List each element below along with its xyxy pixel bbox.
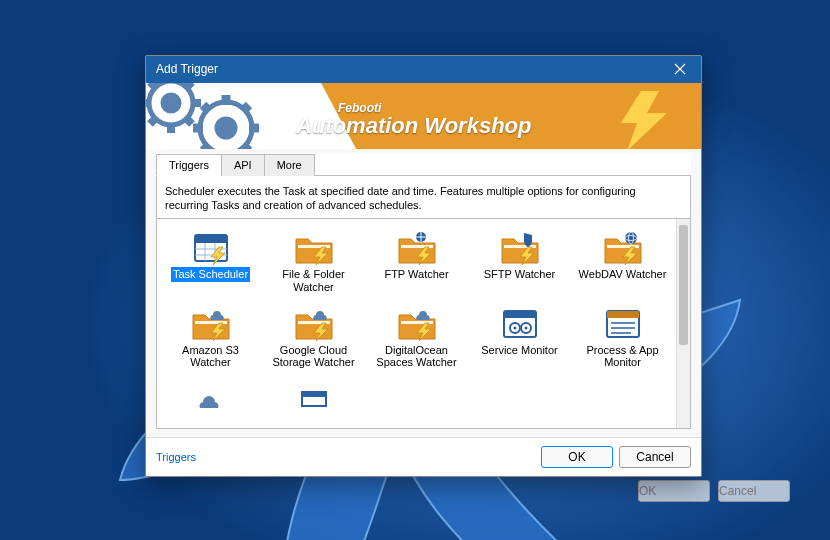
trigger-item-webdav-watcher[interactable]: WebDAV Watcher [573, 227, 672, 296]
scrollbar-thumb[interactable] [679, 225, 688, 345]
svg-line-21 [203, 145, 209, 149]
background-cancel-button: Cancel [718, 480, 790, 502]
help-link-triggers[interactable]: Triggers [156, 451, 196, 463]
trigger-item-google-cloud-storage-watcher[interactable]: Google Cloud Storage Watcher [264, 303, 363, 372]
trigger-item-task-scheduler[interactable]: Task Scheduler [161, 227, 260, 296]
svg-line-20 [243, 145, 249, 149]
svg-rect-58 [607, 311, 639, 318]
scrollbar[interactable] [676, 219, 690, 428]
ok-button[interactable]: OK [541, 446, 613, 468]
trigger-list-frame: Task SchedulerFile & Folder WatcherFTP W… [156, 218, 691, 429]
dialog-content: TriggersAPIMore Scheduler executes the T… [146, 149, 701, 437]
folder-cloud-icon [189, 305, 233, 341]
svg-line-12 [186, 83, 192, 88]
svg-rect-25 [195, 235, 227, 243]
trigger-item-ftp-watcher[interactable]: FTP Watcher [367, 227, 466, 296]
brand-line2: Automation Workshop [296, 115, 531, 137]
svg-point-14 [217, 119, 235, 137]
svg-point-56 [524, 326, 527, 329]
trigger-item-label: Task Scheduler [171, 267, 250, 282]
lightning-icon [611, 91, 681, 149]
trigger-item-label: Google Cloud Storage Watcher [266, 343, 361, 370]
svg-point-4 [163, 95, 179, 111]
svg-point-41 [625, 232, 637, 244]
svg-line-9 [150, 83, 156, 88]
tab-api[interactable]: API [221, 154, 265, 176]
background-ok-button: OK [638, 480, 710, 502]
trigger-item-label: FTP Watcher [382, 267, 450, 282]
trigger-item-label: SFTP Watcher [482, 267, 558, 282]
svg-marker-23 [621, 91, 667, 149]
add-trigger-dialog: Add Trigger Febooti Automation Workshop … [145, 55, 702, 477]
trigger-item-digitalocean-spaces-watcher[interactable]: DigitalOcean Spaces Watcher [367, 303, 466, 372]
window-list-icon [601, 305, 645, 341]
tab-description: Scheduler executes the Task at specified… [156, 176, 691, 219]
trigger-item-label: File & Folder Watcher [266, 267, 361, 294]
folder-shield-icon [498, 229, 542, 265]
tab-triggers[interactable]: Triggers [156, 154, 222, 176]
gears-icon [146, 83, 316, 149]
dialog-title: Add Trigger [156, 62, 218, 76]
cancel-button[interactable]: Cancel [619, 446, 691, 468]
calendar-icon [189, 229, 233, 265]
trigger-item-more[interactable] [161, 378, 260, 420]
cloud-icon [189, 380, 233, 416]
svg-line-22 [243, 105, 249, 111]
folder-cloud-icon [395, 305, 439, 341]
svg-line-11 [150, 118, 156, 124]
trigger-item-service-monitor[interactable]: Service Monitor [470, 303, 569, 372]
svg-line-10 [186, 118, 192, 124]
trigger-item-label: DigitalOcean Spaces Watcher [369, 343, 464, 370]
branding-banner: Febooti Automation Workshop [146, 83, 701, 149]
close-icon [674, 63, 686, 75]
close-button[interactable] [669, 58, 691, 80]
svg-line-19 [203, 105, 209, 111]
trigger-item-file-folder-watcher[interactable]: File & Folder Watcher [264, 227, 363, 296]
tab-strip: TriggersAPIMore [156, 153, 691, 176]
trigger-item-label: Amazon S3 Watcher [163, 343, 258, 370]
window-icon [292, 380, 336, 416]
svg-rect-52 [504, 311, 536, 318]
svg-rect-63 [302, 392, 326, 397]
trigger-item-amazon-s3-watcher[interactable]: Amazon S3 Watcher [161, 303, 260, 372]
trigger-item-sftp-watcher[interactable]: SFTP Watcher [470, 227, 569, 296]
tab-more[interactable]: More [264, 154, 315, 176]
dialog-footer: Triggers OK Cancel [146, 437, 701, 476]
svg-point-54 [513, 326, 516, 329]
folder-icon [292, 229, 336, 265]
trigger-list[interactable]: Task SchedulerFile & Folder WatcherFTP W… [157, 219, 676, 428]
trigger-item-more-2[interactable] [264, 378, 363, 420]
trigger-item-process-app-monitor[interactable]: Process & App Monitor [573, 303, 672, 372]
folder-cloud-icon [292, 305, 336, 341]
brand-text: Febooti Automation Workshop [296, 101, 531, 137]
trigger-item-label: WebDAV Watcher [577, 267, 669, 282]
trigger-item-label: Service Monitor [479, 343, 559, 358]
titlebar: Add Trigger [146, 56, 701, 83]
trigger-item-label: Process & App Monitor [575, 343, 670, 370]
folder-globe-icon [601, 229, 645, 265]
window-gear-icon [498, 305, 542, 341]
folder-net-icon [395, 229, 439, 265]
